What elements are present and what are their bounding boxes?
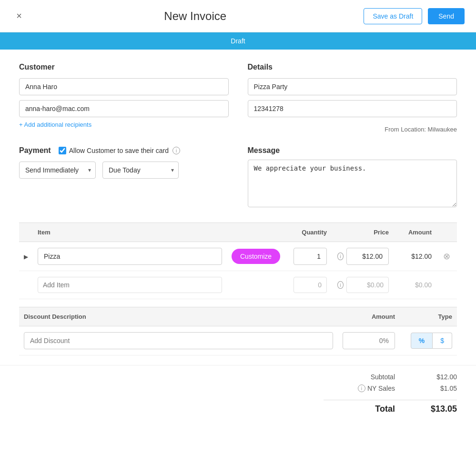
allow-save-card-row: Allow Customer to save their card i — [59, 147, 180, 154]
send-schedule-dropdown-wrap: Send Immediately Schedule ▾ — [19, 162, 96, 179]
table-row: ▶ Customize i — [19, 242, 457, 271]
customer-label: Customer — [19, 63, 229, 71]
details-label: Details — [248, 63, 457, 71]
add-discount-row: % $ — [19, 326, 457, 355]
details-section: Details From Location: Milwaukee — [248, 63, 457, 133]
payment-label: Payment — [19, 146, 51, 155]
allow-save-card-checkbox[interactable] — [59, 147, 66, 154]
close-button[interactable]: × — [11, 9, 27, 24]
customer-email-input[interactable] — [19, 100, 229, 117]
remove-col-header — [436, 223, 457, 242]
qty-col-header: Quantity — [289, 223, 332, 242]
payment-dropdowns: Send Immediately Schedule ▾ Due Today Ne… — [19, 162, 229, 179]
expand-col-header — [19, 223, 33, 242]
payment-message-row: Payment Allow Customer to save their car… — [19, 146, 457, 209]
discount-type-col-header: Type — [400, 307, 457, 326]
price-cell: i — [336, 248, 389, 265]
add-discount-input[interactable] — [24, 332, 333, 349]
from-location: From Location: Milwaukee — [248, 126, 457, 133]
tax-label: i NY Sales — [357, 385, 395, 392]
total-value: $13.05 — [424, 404, 457, 414]
item-amount: $12.00 — [394, 242, 436, 271]
customer-section: Customer + Add additional recipients — [19, 63, 229, 133]
add-item-price-info-icon: i — [337, 281, 344, 289]
invoice-number-input[interactable] — [248, 100, 457, 117]
tax-row: i NY Sales $1.05 — [324, 385, 457, 392]
tax-info-icon: i — [358, 385, 365, 392]
message-textarea[interactable]: We appreciate your business. — [248, 160, 457, 207]
subtotal-value: $12.00 — [424, 373, 457, 381]
due-dropdown-wrap: Due Today Net 15 Net 30 Custom ▾ — [102, 162, 179, 179]
dollar-type-button[interactable]: $ — [433, 333, 452, 349]
percent-type-button[interactable]: % — [411, 333, 433, 349]
main-content: Customer + Add additional recipients Det… — [0, 50, 476, 365]
discount-table-section: Discount Description Amount Type % — [19, 307, 457, 355]
discount-table-header: Discount Description Amount Type — [19, 307, 457, 326]
invoice-title-input[interactable] — [248, 78, 457, 95]
add-item-row: i $0.00 — [19, 271, 457, 299]
items-table: Item Quantity Price Amount ▶ — [19, 223, 457, 299]
remove-item-button[interactable]: ⊗ — [441, 252, 452, 261]
price-col-header: Price — [332, 223, 394, 242]
item-name-input[interactable] — [38, 248, 222, 265]
item-price-input[interactable] — [346, 248, 389, 265]
add-recipients-button[interactable]: + Add additional recipients — [19, 121, 91, 128]
item-quantity-input[interactable] — [294, 248, 327, 265]
send-button[interactable]: Send — [428, 8, 465, 24]
message-label: Message — [248, 146, 457, 155]
save-card-info-icon: i — [172, 147, 180, 154]
add-item-price-cell: i — [336, 277, 389, 293]
send-schedule-select[interactable]: Send Immediately Schedule — [19, 162, 96, 179]
payment-section: Payment Allow Customer to save their car… — [19, 146, 229, 209]
discount-type-buttons: % $ — [405, 333, 452, 349]
discount-table: Discount Description Amount Type % — [19, 307, 457, 355]
tax-value: $1.05 — [424, 385, 457, 392]
customer-details-row: Customer + Add additional recipients Det… — [19, 63, 457, 133]
subtotal-row: Subtotal $12.00 — [324, 373, 457, 381]
item-col-header: Item — [33, 223, 227, 242]
total-label: Total — [375, 404, 395, 414]
discount-amount-col-header: Amount — [338, 307, 400, 326]
customize-button[interactable]: Customize — [232, 249, 280, 264]
add-item-amount: $0.00 — [394, 271, 436, 299]
header: × New Invoice Save as Draft Send — [0, 0, 476, 32]
status-label: Draft — [231, 37, 245, 45]
items-table-section: Item Quantity Price Amount ▶ — [19, 223, 457, 299]
due-select[interactable]: Due Today Net 15 Net 30 Custom — [102, 162, 179, 179]
amount-col-header: Amount — [394, 223, 436, 242]
items-table-header: Item Quantity Price Amount — [19, 223, 457, 242]
customize-col-header — [227, 223, 289, 242]
add-item-price-input[interactable] — [346, 277, 389, 293]
subtotal-label: Subtotal — [371, 373, 395, 381]
expand-arrow-icon[interactable]: ▶ — [24, 253, 28, 260]
discount-amount-input[interactable] — [343, 332, 395, 349]
page-title: New Invoice — [164, 10, 226, 23]
message-section: Message We appreciate your business. — [248, 146, 457, 209]
price-info-icon: i — [337, 253, 344, 260]
discount-desc-col-header: Discount Description — [19, 307, 338, 326]
total-row: Total $13.05 — [324, 400, 457, 414]
save-draft-button[interactable]: Save as Draft — [364, 8, 422, 24]
payment-header: Payment Allow Customer to save their car… — [19, 146, 229, 155]
totals-section: Subtotal $12.00 i NY Sales $1.05 Total $… — [0, 365, 476, 422]
customer-name-input[interactable] — [19, 78, 229, 95]
header-actions: Save as Draft Send — [364, 8, 465, 24]
allow-save-card-label: Allow Customer to save their card — [69, 147, 169, 154]
add-item-input[interactable] — [38, 277, 222, 293]
add-item-qty-input[interactable] — [294, 277, 327, 293]
status-bar: Draft — [0, 32, 476, 50]
